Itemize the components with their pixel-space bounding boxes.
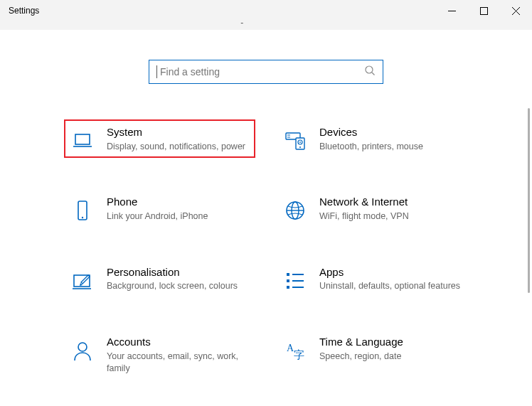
search-icon bbox=[364, 65, 376, 79]
tile-system[interactable]: System Display, sound, notifications, po… bbox=[64, 119, 255, 158]
tile-network[interactable]: Network & Internet WiFi, flight mode, VP… bbox=[277, 189, 468, 228]
svg-point-14 bbox=[299, 146, 301, 148]
svg-rect-24 bbox=[287, 279, 289, 282]
tile-devices[interactable]: Devices Bluetooth, printers, mouse bbox=[277, 119, 468, 158]
svg-rect-22 bbox=[287, 273, 289, 276]
tile-title: System bbox=[107, 125, 248, 139]
minimize-button[interactable] bbox=[436, 0, 468, 21]
tile-title: Time & Language bbox=[319, 335, 461, 349]
window-subtitle-dash: - bbox=[240, 18, 243, 30]
svg-point-28 bbox=[78, 343, 87, 351]
tile-title: Personalisation bbox=[107, 265, 248, 279]
window-title: Settings bbox=[0, 0, 48, 21]
svg-rect-1 bbox=[480, 7, 487, 14]
svg-point-4 bbox=[366, 66, 373, 73]
maximize-button[interactable] bbox=[468, 0, 500, 21]
svg-rect-26 bbox=[287, 286, 289, 289]
svg-rect-6 bbox=[75, 134, 90, 144]
language-icon: A 字 bbox=[284, 339, 307, 362]
tile-desc: Speech, region, date bbox=[319, 351, 461, 363]
tile-accounts[interactable]: Accounts Your accounts, email, sync, wor… bbox=[64, 329, 255, 380]
title-bar: Settings - bbox=[0, 0, 532, 30]
svg-point-13 bbox=[299, 141, 301, 143]
phone-icon bbox=[71, 199, 94, 222]
close-button[interactable] bbox=[500, 0, 532, 21]
tile-phone[interactable]: Phone Link your Android, iPhone bbox=[64, 189, 255, 228]
tile-time-language[interactable]: A 字 Time & Language Speech, region, date bbox=[277, 329, 468, 380]
search-wrap: Find a setting bbox=[0, 30, 532, 84]
tile-title: Network & Internet bbox=[319, 195, 461, 209]
svg-line-5 bbox=[372, 73, 375, 75]
search-placeholder: Find a setting bbox=[160, 66, 364, 78]
tile-title: Phone bbox=[107, 195, 248, 209]
tile-title: Devices bbox=[319, 125, 461, 139]
tile-desc: Background, lock screen, colours bbox=[107, 280, 248, 292]
tile-desc: Bluetooth, printers, mouse bbox=[319, 141, 461, 153]
tile-desc: Uninstall, defaults, optional features bbox=[319, 280, 461, 292]
tile-title: Apps bbox=[319, 265, 461, 279]
laptop-icon bbox=[71, 129, 94, 152]
globe-icon bbox=[284, 199, 307, 222]
content-area: Find a setting System Display, sound, no… bbox=[0, 30, 532, 406]
list-icon bbox=[284, 269, 307, 292]
window-controls bbox=[436, 0, 532, 21]
search-input[interactable]: Find a setting bbox=[149, 60, 383, 84]
text-cursor bbox=[156, 65, 157, 78]
tile-personalisation[interactable]: Personalisation Background, lock screen,… bbox=[64, 260, 255, 298]
tile-apps[interactable]: Apps Uninstall, defaults, optional featu… bbox=[277, 260, 468, 298]
tile-desc: Your accounts, email, sync, work, family bbox=[107, 351, 248, 375]
tile-desc: Link your Android, iPhone bbox=[107, 210, 248, 223]
scrollbar-thumb[interactable] bbox=[528, 108, 530, 293]
settings-grid: System Display, sound, notifications, po… bbox=[0, 84, 532, 380]
tile-desc: WiFi, flight mode, VPN bbox=[319, 210, 461, 223]
devices-icon bbox=[284, 129, 307, 152]
svg-point-16 bbox=[82, 217, 83, 218]
tile-desc: Display, sound, notifications, power bbox=[107, 141, 248, 153]
svg-text:字: 字 bbox=[294, 349, 304, 360]
paintbrush-icon bbox=[71, 269, 94, 292]
person-icon bbox=[71, 339, 94, 362]
tile-title: Accounts bbox=[107, 335, 248, 349]
